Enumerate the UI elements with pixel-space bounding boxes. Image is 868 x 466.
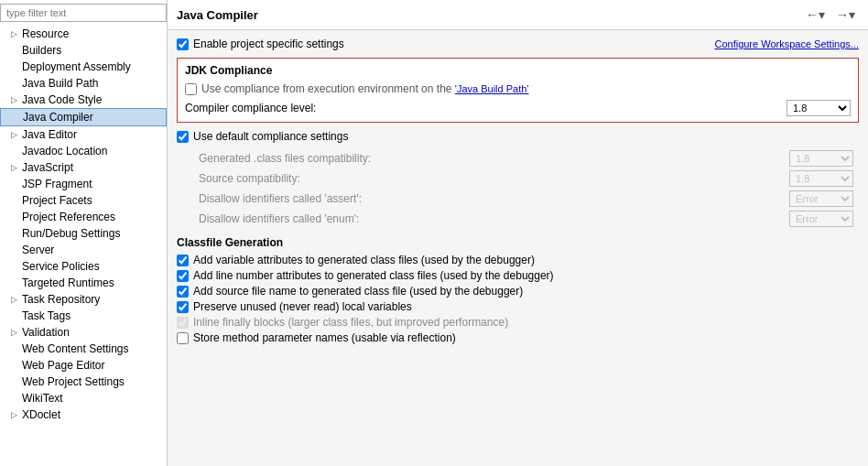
sidebar-label-javascript: JavaScript [22,161,73,174]
sidebar-label-web-project-settings: Web Project Settings [22,375,125,388]
compliance-row-value[interactable]: Error [784,209,859,229]
page-title: Java Compiler [177,8,258,22]
classfile-checkbox[interactable] [177,317,189,329]
compiler-compliance-select[interactable]: 1.8 [787,100,851,116]
sidebar-item-project-facets[interactable]: Project Facets [0,192,167,209]
sidebar-item-java-compiler[interactable]: Java Compiler [0,108,167,126]
compliance-row-value[interactable]: Error [784,189,859,209]
sidebar-label-javadoc-location: Javadoc Location [22,145,107,157]
compliance-value-select[interactable]: 1.8 [789,170,853,187]
classfile-option-label: Add source file name to generated class … [193,285,523,298]
compliance-row-value[interactable]: 1.8 [784,168,859,189]
classfile-checkbox[interactable] [177,286,189,298]
tree-arrow-javascript: ▷ [11,163,20,172]
compliance-details-table: Generated .class files compatibility:1.8… [177,148,859,229]
sidebar-item-java-build-path[interactable]: Java Build Path [0,75,167,92]
classfile-option-label: Add line number attributes to generated … [193,269,554,282]
classfile-option-label: Store method parameter names (usable via… [193,331,456,344]
sidebar-item-jsp-fragment[interactable]: JSP Fragment [0,176,167,192]
compiler-compliance-label: Compiler compliance level: [185,102,787,114]
tree-arrow-validation: ▷ [11,328,20,337]
compliance-row-label: Disallow identifiers called 'enum': [177,209,784,229]
sidebar-label-resource: Resource [22,27,69,40]
sidebar-item-validation[interactable]: ▷Validation [0,324,167,341]
tree-arrow-resource: ▷ [11,29,20,38]
java-build-path-link[interactable]: 'Java Build Path' [455,83,529,94]
sidebar-item-resource[interactable]: ▷Resource [0,26,167,42]
sidebar-label-jsp-fragment: JSP Fragment [22,178,92,190]
compliance-row: Disallow identifiers called 'enum':Error [177,209,859,229]
forward-button[interactable]: →▾ [832,5,859,24]
back-button[interactable]: ←▾ [802,5,829,24]
classfile-checkbox[interactable] [177,255,189,266]
sidebar-label-validation: Validation [22,326,70,339]
sidebar-label-server: Server [22,244,54,256]
classfile-options: Add variable attributes to generated cla… [177,254,859,344]
sidebar-label-task-repository: Task Repository [22,293,100,306]
sidebar-item-java-code-style[interactable]: ▷Java Code Style [0,92,167,108]
sidebar-item-xdoclet[interactable]: ▷XDoclet [0,406,167,423]
sidebar-item-java-editor[interactable]: ▷Java Editor [0,126,167,143]
sidebar-label-builders: Builders [22,44,61,57]
enable-project-specific-checkbox[interactable] [177,38,189,50]
use-compliance-checkbox[interactable] [185,83,197,95]
tree-arrow-java-code-style: ▷ [11,95,20,104]
compliance-row-label: Source compatibility: [177,168,784,189]
sidebar-label-web-content-settings: Web Content Settings [22,342,129,355]
tree-arrow-task-repository: ▷ [11,295,20,304]
sidebar: ▷ResourceBuildersDeployment AssemblyJava… [0,0,168,466]
classfile-option-label: Inline finally blocks (larger class file… [193,316,508,329]
compliance-value-select[interactable]: Error [789,190,853,207]
classfile-option-row: Add line number attributes to generated … [177,269,859,282]
sidebar-item-project-references[interactable]: Project References [0,209,167,225]
sidebar-label-targeted-runtimes: Targeted Runtimes [22,276,114,289]
compliance-row-value[interactable]: 1.8 [784,148,859,168]
toolbar-icons: ←▾ →▾ [802,5,859,24]
configure-workspace-link[interactable]: Configure Workspace Settings... [714,38,859,49]
compliance-row-label: Disallow identifiers called 'assert': [177,189,784,209]
sidebar-item-targeted-runtimes[interactable]: Targeted Runtimes [0,275,167,291]
sidebar-item-service-policies[interactable]: Service Policies [0,258,167,275]
enable-project-specific-label: Enable project specific settings [193,38,344,50]
sidebar-label-project-facets: Project Facets [22,194,92,207]
use-compliance-label: Use compliance from execution environmen… [201,82,528,95]
sidebar-item-task-repository[interactable]: ▷Task Repository [0,291,167,308]
sidebar-label-service-policies: Service Policies [22,260,100,273]
sidebar-label-web-page-editor: Web Page Editor [22,359,105,372]
sidebar-item-web-page-editor[interactable]: Web Page Editor [0,357,167,374]
classfile-option-label: Add variable attributes to generated cla… [193,254,535,266]
compliance-row: Generated .class files compatibility:1.8 [177,148,859,168]
sidebar-item-web-project-settings[interactable]: Web Project Settings [0,374,167,390]
filter-input[interactable] [0,4,167,22]
sidebar-item-wikitext[interactable]: WikiText [0,390,167,406]
use-compliance-row: Use compliance from execution environmen… [185,82,851,95]
compliance-row-label: Generated .class files compatibility: [177,148,784,168]
sidebar-item-run-debug-settings[interactable]: Run/Debug Settings [0,225,167,242]
sidebar-item-javadoc-location[interactable]: Javadoc Location [0,143,167,159]
sidebar-item-web-content-settings[interactable]: Web Content Settings [0,341,167,357]
classfile-checkbox[interactable] [177,301,189,313]
sidebar-label-java-build-path: Java Build Path [22,77,98,90]
sidebar-item-javascript[interactable]: ▷JavaScript [0,159,167,176]
sidebar-item-deployment-assembly[interactable]: Deployment Assembly [0,59,167,75]
use-default-checkbox[interactable] [177,131,189,143]
sidebar-label-project-references: Project References [22,211,115,223]
jdk-compliance-section: JDK Compliance Use compliance from execu… [177,58,859,123]
sidebar-label-deployment-assembly: Deployment Assembly [22,60,131,73]
compliance-value-select[interactable]: 1.8 [789,150,853,167]
classfile-checkbox[interactable] [177,332,189,344]
compliance-row: Source compatibility:1.8 [177,168,859,189]
sidebar-label-java-code-style: Java Code Style [22,93,102,106]
sidebar-item-task-tags[interactable]: Task Tags [0,308,167,324]
sidebar-label-wikitext: WikiText [22,392,63,405]
classfile-section-title: Classfile Generation [177,236,859,249]
sidebar-item-server[interactable]: Server [0,242,167,258]
sidebar-label-xdoclet: XDoclet [22,408,60,421]
compiler-compliance-row: Compiler compliance level: 1.8 [185,100,851,116]
use-default-label: Use default compliance settings [193,130,348,143]
sidebar-item-builders[interactable]: Builders [0,42,167,59]
content-area: Java Compiler ←▾ →▾ Enable project speci… [168,0,868,466]
compliance-value-select[interactable]: Error [789,211,853,227]
classfile-checkbox[interactable] [177,270,189,282]
classfile-option-row: Preserve unused (never read) local varia… [177,300,859,313]
